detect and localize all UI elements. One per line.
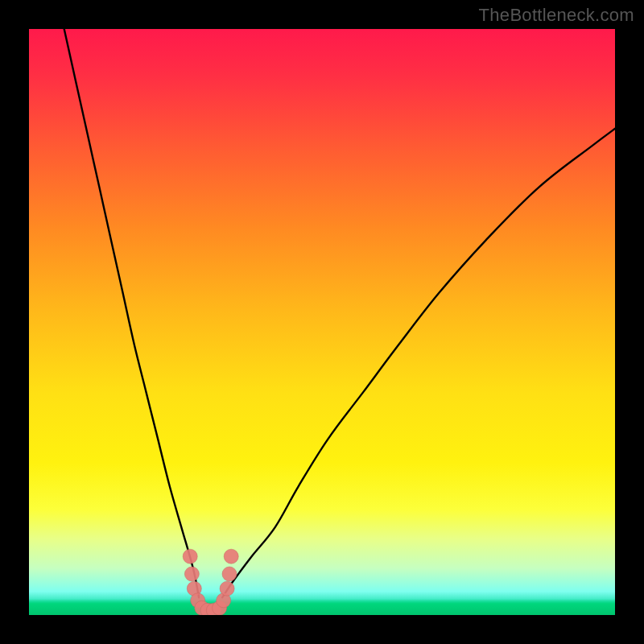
marker-dot [183,549,197,564]
plot-area [29,29,615,615]
marker-cluster [183,549,238,615]
watermark-text: TheBottleneck.com [479,5,634,26]
marker-dot [222,567,237,581]
marker-dot [224,549,238,564]
right-branch-line [222,129,615,597]
left-branch-line [64,29,199,597]
curve-svg [29,29,615,615]
marker-dot [220,581,234,596]
marker-dot [184,567,199,581]
chart-frame: TheBottleneck.com [0,0,644,644]
